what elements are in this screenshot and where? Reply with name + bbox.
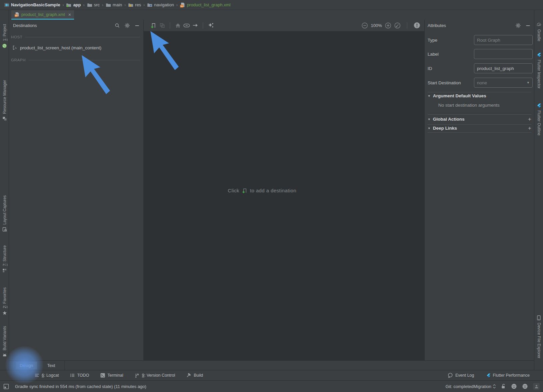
tool-window-version-control[interactable]: 9: Version Control: [135, 373, 175, 378]
section-divider: [428, 124, 531, 125]
tool-window-label: 7: Structure: [2, 245, 7, 266]
zoom-to-fit-icon[interactable]: [394, 22, 401, 29]
editor-tab-bar: <> product_list_graph.xml ×: [9, 10, 534, 20]
section-title: Argument Default Values: [433, 93, 486, 98]
sidebar-item-favorites[interactable]: 2: Favorites: [0, 287, 9, 315]
tool-window-event-log[interactable]: Event Log: [448, 373, 474, 378]
host-destination-item[interactable]: A product_list_screen_host (main_content…: [9, 43, 143, 52]
home-button[interactable]: [173, 21, 182, 29]
layout-captures-icon: [2, 227, 7, 232]
design-canvas[interactable]: 100% Click to add a destination: [144, 20, 424, 360]
breadcrumb-label: main: [113, 2, 122, 7]
breadcrumb-item-res[interactable]: res: [128, 2, 141, 8]
tool-window-todo[interactable]: TODO: [70, 373, 89, 378]
add-deep-link-button[interactable]: +: [528, 125, 531, 131]
start-destination-value: none: [477, 80, 487, 85]
tool-window-label: 2: Favorites: [2, 287, 7, 308]
add-destination-icon: [242, 188, 247, 193]
git-branch-widget[interactable]: Git: completedMigration: [446, 384, 496, 389]
start-destination-label: Start Destination: [428, 80, 471, 85]
gear-icon[interactable]: [516, 23, 521, 28]
breadcrumb-separator: ›: [101, 3, 104, 7]
sidebar-item-resource-manager[interactable]: Resource Manager: [0, 80, 9, 121]
search-icon[interactable]: [115, 23, 120, 28]
collapse-triangle-icon[interactable]: ▼: [428, 94, 431, 98]
navigation-folder-icon: [147, 2, 152, 8]
id-field[interactable]: [474, 63, 533, 73]
breadcrumb-item-main[interactable]: main: [106, 2, 122, 8]
breadcrumb-separator: ›: [142, 3, 146, 7]
tab-text[interactable]: Text: [43, 362, 59, 369]
global-actions-section[interactable]: ▼ Global Actions +: [428, 116, 531, 122]
breadcrumb-item-app[interactable]: app: [66, 2, 81, 8]
breadcrumb-item-file[interactable]: <> product_list_graph.xml: [180, 2, 230, 8]
tab-close-icon[interactable]: ×: [68, 12, 71, 17]
collapse-triangle-icon[interactable]: ▼: [428, 127, 431, 130]
toolbar-separator: [407, 22, 407, 29]
start-destination-select[interactable]: none ▼: [474, 78, 533, 88]
collapse-triangle-icon[interactable]: ▼: [428, 118, 431, 121]
type-field[interactable]: [474, 35, 533, 45]
zoom-level: 100%: [371, 23, 382, 28]
user-dropdown-icon[interactable]: [533, 383, 540, 390]
flutter-icon: [537, 53, 541, 57]
build-variants-icon: [2, 353, 7, 357]
type-row: Type: [428, 35, 534, 45]
resource-manager-icon: [2, 116, 7, 121]
tool-window-flutter-performance[interactable]: Flutter Performance: [486, 373, 530, 378]
new-nested-graph-button[interactable]: [158, 21, 166, 29]
editor-tab-product-list-graph[interactable]: <> product_list_graph.xml ×: [11, 10, 74, 20]
tool-window-toggle-icon[interactable]: [3, 384, 9, 389]
sidebar-item-project[interactable]: 1: Project: [0, 24, 9, 48]
svg-text:<>: <>: [181, 5, 183, 7]
happy-face-icon[interactable]: [511, 383, 517, 389]
mode-tabs-divider: [64, 361, 65, 370]
sad-face-icon[interactable]: [522, 383, 528, 389]
sidebar-item-flutter-inspector[interactable]: Flutter Inspector: [534, 53, 543, 89]
sidebar-item-structure[interactable]: 7: Structure: [0, 245, 9, 273]
argument-default-values-section[interactable]: ▼ Argument Default Values: [428, 93, 531, 98]
sidebar-item-build-variants[interactable]: Build Variants: [0, 326, 9, 357]
zoom-in-icon[interactable]: [385, 22, 391, 29]
sidebar-item-device-file-explorer[interactable]: Device File Explorer: [534, 315, 543, 358]
canvas-empty-state: Click to add a destination: [228, 188, 296, 193]
breadcrumb-label: res: [135, 2, 141, 7]
sidebar-item-gradle[interactable]: Gradle: [534, 22, 543, 41]
tool-window-terminal[interactable]: Terminal: [100, 373, 123, 378]
tool-window-build[interactable]: Build: [186, 373, 203, 378]
sidebar-item-layout-captures[interactable]: Layout Captures: [0, 195, 9, 232]
action-arrow-button[interactable]: [191, 21, 199, 29]
attributes-title: Attributes: [428, 23, 446, 28]
xml-file-icon: <>: [180, 2, 185, 8]
tab-design[interactable]: Design: [16, 362, 37, 369]
label-field[interactable]: [474, 49, 533, 59]
git-branch-label: Git: completedMigration: [446, 384, 491, 389]
unlock-icon[interactable]: [501, 384, 506, 389]
add-destination-button[interactable]: [149, 21, 158, 29]
breadcrumb-item-navigation[interactable]: navigation: [147, 2, 174, 8]
tool-window-label: Flutter Outline: [537, 110, 541, 135]
empty-state-text: to add a destination: [250, 188, 297, 193]
res-folder-icon: [128, 2, 133, 8]
section-divider: [28, 60, 140, 60]
svg-text:<>: <>: [15, 14, 18, 17]
auto-arrange-icon[interactable]: [206, 21, 215, 29]
gear-icon[interactable]: [125, 23, 130, 28]
add-global-action-button[interactable]: +: [528, 116, 531, 122]
hide-panel-icon[interactable]: [526, 23, 530, 28]
sidebar-item-flutter-outline[interactable]: Flutter Outline: [534, 103, 543, 135]
label-label: Label: [428, 52, 471, 57]
breadcrumb-item-src[interactable]: src: [87, 2, 100, 8]
section-title: Global Actions: [433, 117, 465, 122]
zoom-out-icon[interactable]: [362, 22, 368, 29]
hide-panel-icon[interactable]: [135, 23, 139, 28]
folder-icon: [87, 2, 92, 8]
section-divider: [25, 37, 140, 37]
version-control-icon: [135, 373, 140, 378]
deep-links-section[interactable]: ▼ Deep Links +: [428, 125, 531, 131]
breadcrumb-separator: ›: [82, 3, 86, 7]
deep-link-button[interactable]: [182, 21, 191, 29]
breadcrumb-item-project[interactable]: NavigationBasicSample: [4, 2, 60, 8]
issue-panel-icon[interactable]: [414, 22, 420, 29]
tool-window-logcat[interactable]: 6: Logcat: [35, 373, 59, 378]
